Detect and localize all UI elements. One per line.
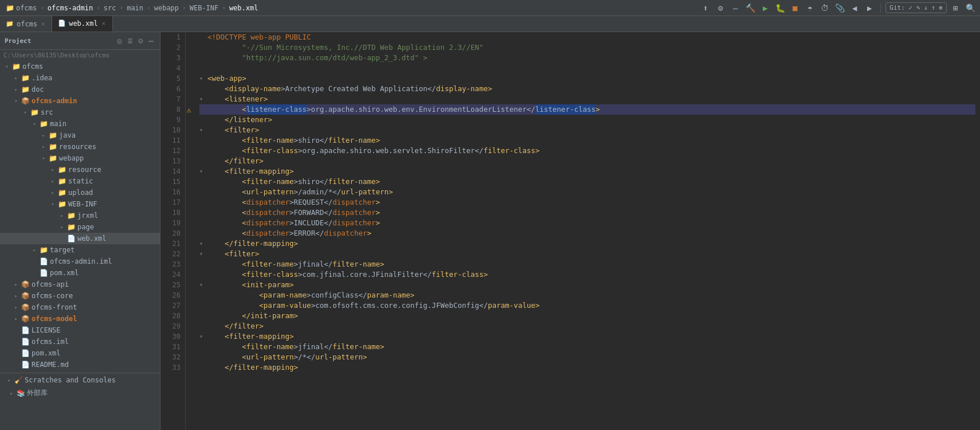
file-icon-webxml: 📄 [66,234,76,243]
gutter-line-30 [186,331,195,342]
fold-gutter-30[interactable]: ▾ [199,331,207,342]
coverage-icon[interactable]: ☂ [803,2,816,14]
tree-label-src: src [41,108,53,116]
file-icon-ofcms-iml: 📄 [21,337,30,346]
tree-item-ofcms-front[interactable]: 📦 ofcms-front [0,302,160,313]
tree-label-ofcms: ofcms [22,62,43,71]
code-token: < [207,125,229,135]
tree-item-readme[interactable]: 📄 README.md [0,359,160,370]
code-line-5: ▾<web-app> [199,73,975,84]
tree-item-webapp[interactable]: 📁 webapp [0,153,160,164]
sidebar-settings-icon[interactable]: ≡ [126,36,134,46]
breadcrumb-ofcms-admin[interactable]: ofcms-admin [45,3,95,13]
tree-item-idea[interactable]: 📁 .idea [0,72,160,84]
tree-item-page[interactable]: 📁 page [0,221,160,233]
code-token: dispatcher [332,208,375,218]
tree-item-ofcms-api[interactable]: 📦 ofcms-api [0,279,160,290]
tree-item-target[interactable]: 📁 target [0,244,160,256]
fold-gutter-5[interactable]: ▾ [199,73,207,84]
breadcrumb-main[interactable]: main [124,3,146,13]
tree-item-webxml[interactable]: 📄 web.xml [0,233,160,244]
line-number-29: 29 [160,321,181,331]
tree-arrow-external [7,389,16,398]
fold-gutter-14[interactable]: ▾ [199,166,207,177]
scratches-and-consoles[interactable]: 🧹 Scratches and Consoles [0,373,160,387]
code-token: </ [207,239,233,249]
fold-gutter-25[interactable]: ▾ [199,280,207,290]
tab-close-ofcms[interactable]: ✕ [40,20,46,28]
nav-forward-icon[interactable]: ▶ [863,2,876,14]
tree-item-ofcms[interactable]: 📁 ofcms [0,61,160,72]
tree-item-pom-admin[interactable]: 📄 pom.xml [0,267,160,279]
tree-item-ofcms-admin-iml[interactable]: 📄 ofcms-admin.iml [0,256,160,267]
settings-icon[interactable]: ⚙ [714,2,727,14]
tree-item-ofcms-core[interactable]: 📦 ofcms-core [0,290,160,302]
line-number-32: 32 [160,352,181,362]
attach-icon[interactable]: 📎 [833,2,846,14]
line-number-16: 16 [160,187,181,197]
tree-item-resources[interactable]: 📁 resources [0,141,160,153]
code-token: filter-name [246,177,294,187]
tree-label-ofcms-api: ofcms-api [32,280,69,288]
tab-close-webxml[interactable]: ✕ [101,19,107,27]
tree-item-license[interactable]: 📄 LICENSE [0,325,160,336]
code-line-14: ▾ <filter-mapping> [199,166,975,177]
external-libs[interactable]: 📚 外部库 [0,387,160,399]
fold-gutter-10[interactable]: ▾ [199,125,207,135]
code-line-24: <filter-class>com.jfinal.core.JFinalFilt… [199,269,975,280]
bookmark-icon[interactable]: ⬆ [699,2,712,14]
code-editor[interactable]: 1234567891011121314151617181920212223242… [160,32,980,430]
breadcrumb-webapp[interactable]: webapp [152,3,181,13]
tree-item-webinf[interactable]: 📁 WEB-INF [0,198,160,210]
layout-icon[interactable]: ⊞ [949,2,962,14]
line-number-13: 13 [160,156,181,166]
code-token: < [207,197,246,208]
code-token: < [207,331,229,342]
code-token: >/admin/*</ [294,187,342,197]
breadcrumb-src[interactable]: src [101,3,119,13]
tab-ofcms[interactable]: 📁 ofcms ✕ [0,16,52,32]
fold-gutter-7[interactable]: ▾ [199,94,207,104]
debug-icon[interactable]: 🐛 [774,2,786,14]
tree-item-pom-root[interactable]: 📄 pom.xml [0,347,160,359]
tree-item-doc[interactable]: 📁 doc [0,84,160,95]
run-icon[interactable]: ▶ [759,2,771,14]
code-token: > [380,342,385,352]
fold-gutter-21[interactable]: ▾ [199,239,207,249]
tree-item-src[interactable]: 📁 src [0,107,160,118]
sidebar-gear-icon[interactable]: ⚙ [136,36,144,46]
line-number-18: 18 [160,208,181,218]
sidebar-scope-icon[interactable]: ◎ [115,36,123,46]
tab-webxml[interactable]: 📄 web.xml ✕ [52,16,113,32]
search-everywhere-icon[interactable]: 🔍 [964,2,977,14]
tree-item-resource[interactable]: 📁 resource [0,164,160,175]
code-token: >org.apache.shiro.web.servlet.ShiroFilte… [298,146,484,156]
nav-back-icon[interactable]: ◀ [848,2,861,14]
build-icon[interactable]: 🔨 [744,2,756,14]
code-token: >/*</ [294,352,316,362]
breadcrumb-webinf[interactable]: WEB-INF [187,3,221,13]
code-token: filter-name [332,259,380,269]
code-token: dispatcher [246,208,289,218]
code-line-21: ▾ </filter-mapping> [199,239,975,249]
breadcrumb-ofcms[interactable]: 📁 ofcms [3,3,39,13]
tree-item-ofcms-iml[interactable]: 📄 ofcms.iml [0,336,160,347]
breadcrumb-webxml[interactable]: web.xml [227,3,261,13]
tree-item-jrxml[interactable]: 📁 jrxml [0,210,160,221]
stop-icon[interactable]: ■ [789,2,801,14]
code-token: filter-name [246,342,294,352]
profile-icon[interactable]: ⏱ [818,2,831,14]
tree-item-upload[interactable]: 📁 upload [0,187,160,198]
git-label[interactable]: Git: ✓ ✎ ↓ ↑ ⊕ [885,2,947,13]
code-content[interactable]: <!DOCTYPE web-app PUBLIC "-//Sun Microsy… [195,32,980,430]
tree-item-static[interactable]: 📁 static [0,175,160,187]
fold-gutter-22[interactable]: ▾ [199,249,207,259]
code-token: >com.ofsoft.cms.core.config.JFWebConfig<… [311,300,488,311]
tree-item-java[interactable]: 📁 java [0,130,160,141]
collapse-icon[interactable]: – [729,2,742,14]
tree-item-ofcms-model[interactable]: 📦 ofcms-model [0,313,160,325]
line-number-23: 23 [160,259,181,269]
tree-item-ofcms-admin[interactable]: 📦 ofcms-admin [0,95,160,107]
tree-item-main[interactable]: 📁 main [0,118,160,130]
sidebar-minimize-icon[interactable]: – [147,36,155,46]
